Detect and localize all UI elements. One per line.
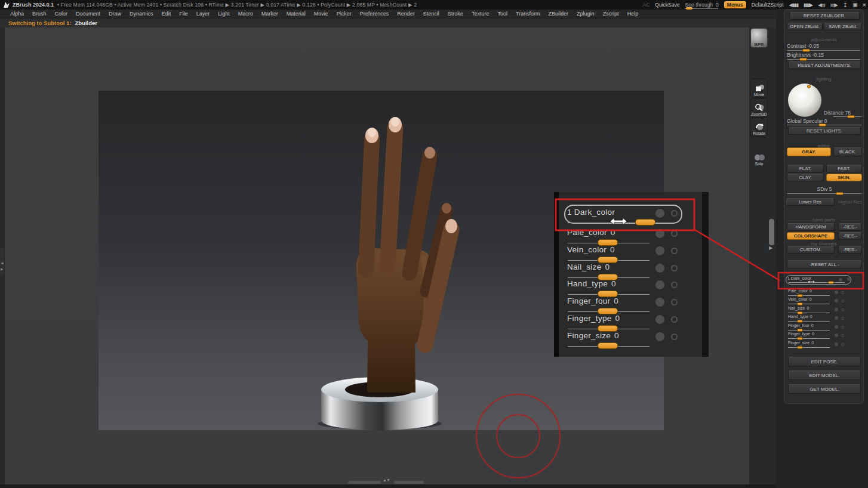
right-divider-chevron-icon[interactable]: ▶ <box>769 245 772 251</box>
menu-macro[interactable]: Macro <box>234 11 257 17</box>
menu-picker[interactable]: Picker <box>333 11 356 17</box>
mini-ring-icon[interactable] <box>841 308 844 311</box>
menu-movie[interactable]: Movie <box>310 11 333 17</box>
see-through-handle[interactable] <box>686 7 692 10</box>
menu-render[interactable]: Render <box>393 11 419 17</box>
panel-shift-right-icon[interactable]: ▤▶ <box>830 2 838 8</box>
mini-ring-icon[interactable] <box>841 326 844 329</box>
tray-collapse-left-icon[interactable]: ◀▮▮▮ <box>789 2 798 8</box>
reset-zbuilder-button[interactable]: RESET ZBUILDER. <box>789 12 860 20</box>
menu-tool[interactable]: Tool <box>493 11 512 17</box>
handsform-res-button[interactable]: -RES.- <box>838 223 862 231</box>
menu-brush[interactable]: Brush <box>28 11 51 17</box>
distance-slider-handle[interactable] <box>847 115 855 118</box>
bottom-tray-arrows-icon[interactable]: ▲▼ <box>383 478 390 482</box>
mini-slider-finger-size[interactable]: Finger_size0 <box>787 341 862 348</box>
minimize-icon[interactable]: ↧ <box>843 2 847 8</box>
mini-dark-color-handle[interactable] <box>828 281 834 284</box>
menu-stroke[interactable]: Stroke <box>444 11 467 17</box>
mini-slider-vein-color[interactable]: Vein_color0 <box>787 297 862 305</box>
close-icon[interactable]: × <box>863 1 866 8</box>
right-tray-divider[interactable] <box>769 219 774 245</box>
menu-marker[interactable]: Marker <box>257 11 282 17</box>
menu-edit[interactable]: Edit <box>158 11 176 17</box>
mini-ring-icon[interactable] <box>841 317 844 320</box>
light-position-dot[interactable] <box>807 85 811 88</box>
reset-adjustments-button[interactable]: RESET ADJUSTMENTS. <box>788 61 861 69</box>
menus-button[interactable]: Menus <box>724 1 746 8</box>
mini-slider-pale-color[interactable]: Pale_color0 <box>787 289 862 296</box>
custom-button[interactable]: CUSTOM. <box>787 246 835 254</box>
tray-collapse-right-icon[interactable]: ▮▮▮▶ <box>804 2 812 8</box>
flat-shading-button[interactable]: FLAT. <box>787 165 824 172</box>
bottom-tray-bar-right[interactable] <box>394 481 424 484</box>
menu-material[interactable]: Material <box>282 11 310 17</box>
mini-swatch-dot-icon[interactable] <box>835 325 838 329</box>
mini-slider-finger-four[interactable]: Finger_four0 <box>787 323 862 331</box>
sdiv-slider-handle[interactable] <box>836 192 844 195</box>
black-background-button[interactable]: BLACK. <box>833 147 862 156</box>
gray-background-button[interactable]: GRAY. <box>787 147 831 156</box>
colorshape-res-button[interactable]: -RES.- <box>838 232 862 240</box>
brightness-slider-handle[interactable] <box>799 58 807 61</box>
global-specular-slider-handle[interactable] <box>818 123 826 126</box>
menu-stencil[interactable]: Stencil <box>419 11 444 17</box>
menu-transform[interactable]: Transform <box>512 11 544 17</box>
zoom3d-tool-button[interactable]: Zoom3D <box>750 98 768 118</box>
light-position-sphere[interactable] <box>788 84 821 117</box>
left-divider-close-icon[interactable]: ▶ <box>1 267 4 271</box>
menu-zscript[interactable]: Zscript <box>599 11 623 17</box>
mini-slider-nail-size[interactable]: Nail_size0 <box>787 306 862 314</box>
mini-ring-icon[interactable] <box>841 334 844 337</box>
menu-help[interactable]: Help <box>623 11 643 17</box>
bottom-tray-bar-left[interactable] <box>348 481 381 484</box>
sdiv-slider[interactable] <box>787 193 861 194</box>
menu-texture[interactable]: Texture <box>467 11 494 17</box>
save-zbuild-button[interactable]: SAVE ZBuild. <box>824 23 862 30</box>
solo-button[interactable]: Solo <box>750 148 768 167</box>
menu-zplugin[interactable]: Zplugin <box>572 11 599 17</box>
mini-ring-icon[interactable] <box>841 291 844 294</box>
menu-dynamics[interactable]: Dynamics <box>125 11 158 17</box>
see-through-slider[interactable]: See-through 0 <box>685 1 718 9</box>
lower-res-button[interactable]: Lower Res <box>786 198 835 206</box>
menu-preferences[interactable]: Preferences <box>356 11 393 17</box>
mini-swatch-dot-icon[interactable] <box>835 308 838 311</box>
mini-swatch-dot-icon[interactable] <box>839 278 842 282</box>
move-tool-button[interactable]: Move <box>750 79 768 98</box>
quicksave-button[interactable]: QuickSave <box>655 2 679 8</box>
reset-lights-button[interactable]: RESET LIGHTS. <box>788 127 861 135</box>
mini-slider-hand-type[interactable]: Hand_type0 <box>787 314 862 322</box>
mini-slider-dark-color[interactable]: 1 Dark_color <box>786 275 851 285</box>
mini-swatch-dot-icon[interactable] <box>835 291 838 294</box>
mini-slider-finger-type[interactable]: Finger_type0 <box>787 332 862 339</box>
menu-light[interactable]: Light <box>214 11 234 17</box>
mini-swatch-dot-icon[interactable] <box>835 316 838 320</box>
rotate-tool-button[interactable]: Rotate <box>750 118 768 137</box>
fast-shading-button[interactable]: FAST. <box>826 165 862 172</box>
colorshape-button[interactable]: COLORSHAPE <box>787 232 835 240</box>
edit-pose-button[interactable]: EDIT POSE. <box>788 357 861 366</box>
higher-res-button[interactable]: Higher Res <box>838 199 862 205</box>
custom-res-button[interactable]: -RES.- <box>838 246 862 254</box>
menu-zbuilder[interactable]: ZBuilder <box>544 11 573 17</box>
left-divider-open-icon[interactable]: ◀ <box>1 261 4 265</box>
default-zscript-button[interactable]: DefaultZScript <box>752 2 784 8</box>
open-zbuild-button[interactable]: OPEN ZBuild. <box>787 23 823 30</box>
bpr-render-button[interactable]: BPR <box>750 28 768 48</box>
menu-layer[interactable]: Layer <box>192 11 214 17</box>
handsform-button[interactable]: HANDSFORM <box>787 223 835 231</box>
mini-ring-icon[interactable] <box>841 343 844 346</box>
mini-ring-icon[interactable] <box>841 299 844 302</box>
menu-document[interactable]: Document <box>72 11 104 17</box>
menu-alpha[interactable]: Alpha <box>6 11 28 17</box>
get-model-button[interactable]: GET MODEL. <box>788 384 861 394</box>
skin-material-button[interactable]: SKIN. <box>826 174 862 181</box>
menu-file[interactable]: File <box>175 11 192 17</box>
contrast-slider[interactable] <box>787 50 860 51</box>
mini-swatch-dot-icon[interactable] <box>835 342 838 346</box>
mini-swatch-dot-icon[interactable] <box>835 333 838 337</box>
reset-all-button[interactable]: -RESET ALL - <box>787 260 862 268</box>
mini-ring-icon[interactable] <box>847 277 851 281</box>
mini-swatch-dot-icon[interactable] <box>835 299 838 302</box>
